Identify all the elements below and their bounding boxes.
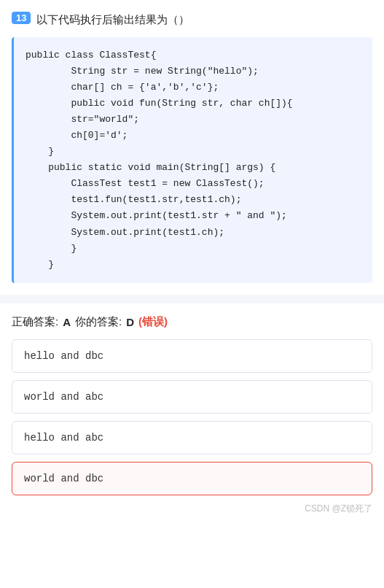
option-d-text: world and dbc [24, 473, 103, 484]
option-card-d[interactable]: world and dbc [12, 462, 372, 495]
section-divider [0, 295, 384, 303]
option-a-text: hello and dbc [24, 350, 103, 362]
correct-label: 正确答案: [12, 315, 58, 329]
option-card-b[interactable]: world and abc [12, 380, 372, 414]
option-c-text: hello and abc [24, 432, 103, 444]
question-header: 13 以下代码执行后输出结果为（） [12, 12, 372, 28]
code-block: public class ClassTest{ String str = new… [12, 37, 372, 283]
answer-section: 正确答案: A 你的答案: D (错误) hello and dbc world… [0, 315, 384, 495]
option-card-a[interactable]: hello and dbc [12, 339, 372, 373]
option-card-c[interactable]: hello and abc [12, 421, 372, 454]
wrong-tag: (错误) [138, 315, 168, 329]
question-number: 13 [12, 12, 31, 24]
question-text: 以下代码执行后输出结果为（） [36, 12, 189, 28]
correct-value: A [63, 316, 71, 328]
yours-label: 你的答案: [75, 315, 122, 329]
question-container: 13 以下代码执行后输出结果为（） public class ClassTest… [0, 0, 384, 283]
yours-value: D [126, 316, 134, 328]
option-b-text: world and abc [24, 391, 103, 403]
watermark: CSDN @Z锁死了 [0, 503, 384, 518]
answer-line: 正确答案: A 你的答案: D (错误) [12, 315, 372, 329]
